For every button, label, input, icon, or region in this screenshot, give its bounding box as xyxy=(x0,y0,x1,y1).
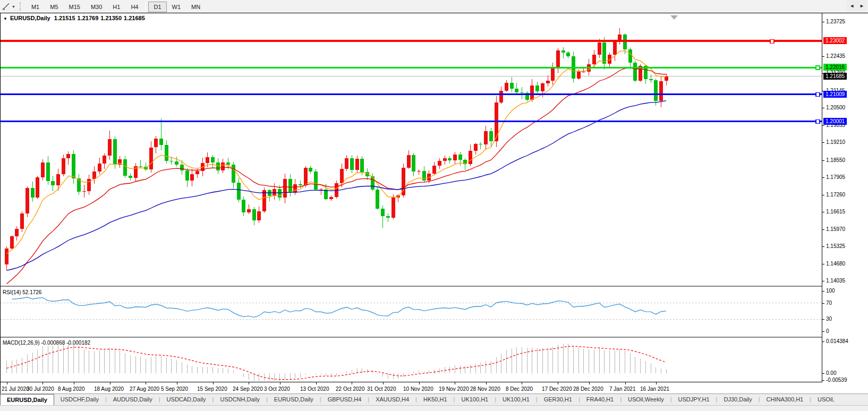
candle-body xyxy=(582,72,585,72)
candle-body xyxy=(159,139,163,145)
time-axis-tick xyxy=(589,382,590,384)
fast-ma-line[interactable] xyxy=(7,51,667,254)
top-toolbar: ▼ M1M5M15M30H1H4D1W1MN xyxy=(0,0,868,13)
time-axis-label: 8 Aug 2020 xyxy=(58,386,85,392)
candle-body xyxy=(139,166,142,167)
candle-body xyxy=(314,172,318,189)
price-axis-tick xyxy=(822,246,824,247)
line-handle[interactable] xyxy=(816,120,820,124)
rsi-pane[interactable] xyxy=(1,288,822,337)
timeframe-button-w1[interactable]: W1 xyxy=(167,2,186,12)
chart-tab-china300-h1[interactable]: CHINA300,H1 xyxy=(760,394,810,406)
chart-tab-uk100-h1[interactable]: UK100,H1 xyxy=(496,394,536,406)
timeframe-button-m5[interactable]: M5 xyxy=(45,2,63,12)
time-axis[interactable]: 21 Jul 202030 Jul 20208 Aug 202018 Aug 2… xyxy=(1,382,868,394)
rsi-line xyxy=(12,297,666,318)
candle-body xyxy=(36,177,39,197)
main-chart-pane[interactable] xyxy=(1,13,822,286)
price-axis[interactable]: 1.237251.224351.217901.211451.205001.198… xyxy=(822,13,868,382)
rsi-axis-label: 100 xyxy=(826,288,835,294)
line-handle[interactable] xyxy=(770,39,774,43)
chart-tab-usdcnh-daily[interactable]: USDCNH,Daily xyxy=(214,394,266,406)
time-axis-tick xyxy=(110,382,110,384)
candle-body xyxy=(108,139,112,156)
price-label-1.21009: 1.21009 xyxy=(823,91,847,98)
time-axis-label: 7 Jan 2021 xyxy=(609,386,636,392)
timeframe-button-m30[interactable]: M30 xyxy=(86,2,107,12)
pane-separator[interactable] xyxy=(1,337,868,338)
time-axis-label: 28 Dec 2020 xyxy=(573,386,603,392)
candle-body xyxy=(5,249,8,264)
rsi-axis-label: 70 xyxy=(826,300,832,306)
timeframe-button-h1[interactable]: H1 xyxy=(107,2,125,12)
price-axis-tick xyxy=(822,108,824,108)
tab-scroll-left-icon[interactable]: ◄ xyxy=(847,3,857,8)
chart-tab-fra40-h1[interactable]: FRA40,H1 xyxy=(580,394,620,406)
price-axis-tick xyxy=(822,281,824,281)
price-axis-tick xyxy=(822,212,824,212)
timeframe-button-h4[interactable]: H4 xyxy=(125,2,143,12)
candle-body xyxy=(149,148,153,169)
chart-tool-icon[interactable] xyxy=(1,2,12,11)
chart-tab-usdjpy-h1[interactable]: USDJPY,H1 xyxy=(672,394,716,406)
candle-body xyxy=(510,83,514,89)
price-axis-label: 1.14680 xyxy=(826,261,845,267)
time-axis-tick xyxy=(249,382,249,384)
chart-tab-uk100-h1[interactable]: UK100,H1 xyxy=(455,394,495,406)
candle-body xyxy=(62,158,65,174)
timeframe-button-m15[interactable]: M15 xyxy=(64,2,86,12)
time-axis-label: 10 Nov 2020 xyxy=(403,386,433,392)
rsi-title: RSI(14) 52.1726 xyxy=(3,289,41,295)
time-axis-label: 19 Nov 2020 xyxy=(439,386,469,392)
rsi-axis-tick xyxy=(822,331,824,332)
candle-body xyxy=(113,139,117,165)
candle-body xyxy=(309,168,312,172)
toolbar-drag-handle[interactable] xyxy=(20,2,23,11)
candle-body xyxy=(46,162,50,181)
chart-tab-usoil-[interactable]: USOil, xyxy=(811,394,841,406)
candle-body xyxy=(628,49,632,63)
candle-body xyxy=(345,158,348,169)
pane-separator[interactable] xyxy=(1,286,868,287)
time-axis-tick xyxy=(419,382,420,384)
candle-body xyxy=(469,151,472,165)
time-axis-tick xyxy=(7,382,7,384)
chart-tab-gbpusd-h4[interactable]: GBPUSD,H4 xyxy=(321,394,368,406)
candle-body xyxy=(633,63,637,81)
chart-window[interactable]: ▼EURUSD,Daily 1.215151.217691.213501.216… xyxy=(0,13,868,393)
time-axis-tick xyxy=(625,382,626,384)
chart-tab-xauusd-h4[interactable]: XAUUSD,H4 xyxy=(369,394,415,406)
chart-tab-usdchf-daily[interactable]: USDCHF,Daily xyxy=(54,394,105,406)
time-axis-label: 5 Sep 2020 xyxy=(161,386,188,392)
time-axis-tick xyxy=(213,382,214,384)
time-axis-tick xyxy=(352,382,352,384)
candle-body xyxy=(381,209,385,216)
chart-collapse-icon[interactable]: ▼ xyxy=(3,16,7,21)
chart-shift-marker-icon[interactable] xyxy=(670,15,678,20)
toolbar-dropdown-caret-icon[interactable]: ▼ xyxy=(12,5,18,8)
candle-body xyxy=(175,161,178,165)
chart-tab-hk50-h1[interactable]: HK50,H1 xyxy=(417,394,454,406)
timeframe-button-m1[interactable]: M1 xyxy=(26,2,45,12)
rsi-axis-tick xyxy=(822,303,824,304)
candle-body xyxy=(474,144,478,151)
chart-tab-audusd-daily[interactable]: AUDUSD,Daily xyxy=(107,394,159,406)
line-handle[interactable] xyxy=(816,93,820,97)
time-axis-label: 24 Sep 2020 xyxy=(233,386,263,392)
timeframe-button-d1[interactable]: D1 xyxy=(148,2,166,12)
chart-tab-eurusd-daily[interactable]: EURUSD,Daily xyxy=(268,394,320,406)
chart-tab-usdcad-daily[interactable]: USDCAD,Daily xyxy=(160,394,212,406)
chart-tab-ger30-h1[interactable]: GER30,H1 xyxy=(538,394,578,406)
mid-ma-line[interactable] xyxy=(7,68,667,284)
chart-tab-eurusd-daily[interactable]: EURUSD,Daily xyxy=(0,394,54,406)
candle-body xyxy=(299,184,302,186)
chart-tab-usoil-weekly[interactable]: USOil,Weekly xyxy=(622,394,670,406)
chart-tab-dj30-daily[interactable]: DJ30,Daily xyxy=(717,394,758,406)
tab-scroll-right-icon[interactable]: ► xyxy=(857,3,867,8)
line-handle[interactable] xyxy=(816,66,820,70)
timeframe-button-mn[interactable]: MN xyxy=(186,2,206,12)
candle-body xyxy=(505,83,508,91)
candle-body xyxy=(169,161,173,161)
macd-pane[interactable] xyxy=(1,339,822,382)
candle-body xyxy=(237,183,241,200)
